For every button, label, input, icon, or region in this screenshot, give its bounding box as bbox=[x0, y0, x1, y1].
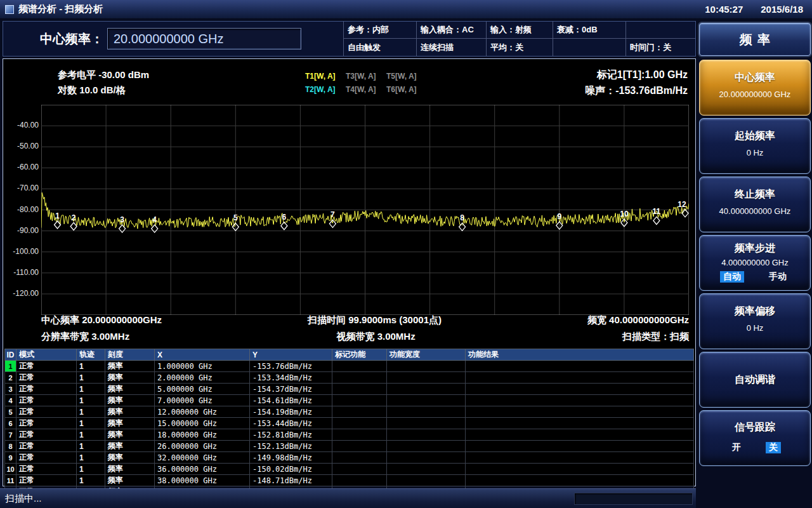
table-cell: 正常 bbox=[16, 475, 77, 486]
table-cell: 正常 bbox=[16, 384, 77, 395]
table-cell: -154.37dBm/Hz bbox=[250, 384, 332, 395]
footer-sweep-time: 扫描时间 99.9000ms (30001点) bbox=[308, 314, 442, 326]
freq-offset-button[interactable]: 频率偏移 0 Hz bbox=[699, 293, 811, 349]
table-col-header: 刻度 bbox=[105, 349, 155, 361]
marker-table-row[interactable]: 11正常1频率38.000000 GHz-148.71dBm/Hz bbox=[5, 475, 694, 486]
table-cell: 频率 bbox=[105, 475, 155, 486]
y-axis-tick: -70.00 bbox=[6, 184, 39, 192]
table-cell bbox=[332, 464, 387, 475]
table-cell bbox=[332, 452, 387, 464]
table-cell: 频率 bbox=[105, 361, 155, 372]
main-display: 参考电平 -30.00 dBm 对数 10.0 dB/格 T1[W, A]T3[… bbox=[3, 58, 696, 486]
table-cell bbox=[332, 361, 387, 372]
marker-table-row[interactable]: 6正常1频率15.000000 GHz-153.44dBm/Hz bbox=[5, 418, 694, 429]
table-cell: 1 bbox=[77, 452, 105, 464]
status-blank-1 bbox=[625, 22, 695, 39]
signal-track-button[interactable]: 信号跟踪 开 关 bbox=[699, 410, 811, 466]
marker-table-row[interactable]: 2正常1频率2.000000 GHz-153.34dBm/Hz bbox=[5, 372, 694, 384]
table-cell bbox=[332, 372, 387, 384]
freq-step-auto-option[interactable]: 自动 bbox=[720, 271, 744, 283]
start-freq-button[interactable]: 起始频率 0 Hz bbox=[699, 118, 811, 174]
marker-table-row[interactable]: 10正常1频率36.000000 GHz-150.02dBm/Hz bbox=[5, 464, 694, 475]
marker-table-row[interactable]: 4正常1频率7.000000 GHz-154.61dBm/Hz bbox=[5, 395, 694, 406]
marker-table-row[interactable]: 9正常1频率32.000000 GHz-149.98dBm/Hz bbox=[5, 452, 694, 464]
marker-number: 11 bbox=[653, 207, 661, 216]
freq-step-manual-option[interactable]: 手动 bbox=[766, 271, 790, 283]
table-cell: -148.71dBm/Hz bbox=[250, 475, 332, 486]
status-message: 扫描中... bbox=[5, 493, 42, 505]
table-cell: 2.000000 GHz bbox=[155, 372, 250, 384]
table-cell: 4 bbox=[5, 395, 16, 406]
trace-t4-label[interactable]: T4[W, A] bbox=[346, 83, 386, 97]
table-cell bbox=[387, 452, 466, 464]
auto-tune-button[interactable]: 自动调谐 bbox=[699, 352, 811, 408]
scale-label: 对数 10.0 dB/格 bbox=[58, 84, 126, 97]
y-axis-tick: -80.00 bbox=[6, 205, 39, 214]
table-cell bbox=[466, 475, 694, 486]
statusbar: 扫描中... bbox=[0, 488, 696, 508]
table-cell: 5 bbox=[5, 406, 16, 418]
stop-freq-button[interactable]: 终止频率 40.000000000 GHz bbox=[699, 177, 811, 232]
status-trigger-mode: 自由触发 bbox=[343, 39, 416, 56]
table-cell bbox=[387, 361, 466, 372]
table-cell: 正常 bbox=[16, 464, 77, 475]
marker-number: 1 bbox=[55, 211, 60, 220]
table-col-header: Y bbox=[250, 349, 332, 361]
center-freq-button[interactable]: 中心频率 20.000000000 GHz bbox=[699, 60, 811, 116]
table-cell bbox=[466, 384, 694, 395]
marker-number: 4 bbox=[152, 215, 157, 224]
marker-noise-readout: 噪声：-153.76dBm/Hz bbox=[585, 83, 688, 98]
table-cell bbox=[466, 452, 694, 464]
center-freq-input[interactable]: 20.000000000 GHz bbox=[107, 28, 301, 50]
status-ref-source: 参考：内部 bbox=[343, 22, 416, 39]
y-axis-tick: -60.00 bbox=[6, 163, 39, 171]
marker-table-row[interactable]: 3正常1频率5.000000 GHz-154.37dBm/Hz bbox=[5, 384, 694, 395]
marker-diamond bbox=[152, 225, 158, 232]
table-cell bbox=[332, 395, 387, 406]
table-cell: 3 bbox=[5, 384, 16, 395]
table-cell: 1 bbox=[77, 384, 105, 395]
marker-number: 12 bbox=[678, 200, 686, 209]
trace-t2-label[interactable]: T2[W, A] bbox=[305, 83, 346, 97]
table-cell: 正常 bbox=[16, 418, 77, 429]
marker-table-row[interactable]: 8正常1频率26.000000 GHz-152.13dBm/Hz bbox=[5, 441, 694, 452]
y-axis-tick: -50.00 bbox=[6, 142, 39, 150]
table-cell: 正常 bbox=[16, 395, 77, 406]
table-cell: 7.000000 GHz bbox=[155, 395, 250, 406]
marker-table-row[interactable]: 7正常1频率18.000000 GHz-152.81dBm/Hz bbox=[5, 429, 694, 441]
table-cell: 1 bbox=[77, 406, 105, 418]
trace-t6-label[interactable]: T6[W, A] bbox=[386, 83, 427, 97]
y-axis-tick: -120.00 bbox=[6, 289, 39, 298]
table-cell: 32.000000 GHz bbox=[155, 452, 250, 464]
trace-t1-label[interactable]: T1[W, A] bbox=[305, 70, 346, 83]
status-input-coupling: 输入耦合：AC bbox=[416, 22, 486, 39]
marker-readout: 标记1[T1]:1.00 GHz 噪声：-153.76dBm/Hz bbox=[585, 67, 688, 98]
table-cell: 频率 bbox=[105, 452, 155, 464]
date-display: 2015/6/18 bbox=[761, 4, 803, 15]
table-cell bbox=[387, 475, 466, 486]
table-cell: 11 bbox=[5, 475, 16, 486]
table-cell: 频率 bbox=[105, 441, 155, 452]
marker-table-row[interactable]: 1正常1频率1.000000 GHz-153.76dBm/Hz bbox=[5, 361, 694, 372]
signal-track-on-option[interactable]: 开 bbox=[729, 442, 744, 453]
signal-track-off-option[interactable]: 关 bbox=[766, 442, 781, 453]
footer-span: 频宽 40.000000000GHz bbox=[587, 314, 689, 326]
freq-step-button[interactable]: 频率步进 4.000000000 GHz 自动 手动 bbox=[699, 235, 811, 291]
trace-t3-label[interactable]: T3[W, A] bbox=[346, 70, 386, 83]
marker-table-row[interactable]: 5正常1频率12.000000 GHz-154.19dBm/Hz bbox=[5, 406, 694, 418]
marker-number: 5 bbox=[233, 213, 238, 222]
y-axis-tick: -90.00 bbox=[6, 226, 39, 235]
footer-vbw: 视频带宽 3.00MHz bbox=[337, 331, 416, 343]
trace-t5-label[interactable]: T5[W, A] bbox=[386, 70, 427, 83]
status-input-type: 输入：射频 bbox=[486, 22, 553, 39]
table-col-header: 功能宽度 bbox=[387, 349, 466, 361]
marker-number: 8 bbox=[460, 213, 464, 222]
table-cell: 8 bbox=[5, 441, 16, 452]
titlebar: 频谱分析 - 扫频分析 10:45:27 2015/6/18 bbox=[0, 0, 812, 19]
table-cell: 1 bbox=[77, 429, 105, 441]
table-cell: 7 bbox=[5, 429, 16, 441]
table-cell: 38.000000 GHz bbox=[155, 475, 250, 486]
table-cell: 5.000000 GHz bbox=[155, 384, 250, 395]
plot-area: 123456789101112 bbox=[41, 105, 689, 315]
table-cell bbox=[387, 418, 466, 429]
